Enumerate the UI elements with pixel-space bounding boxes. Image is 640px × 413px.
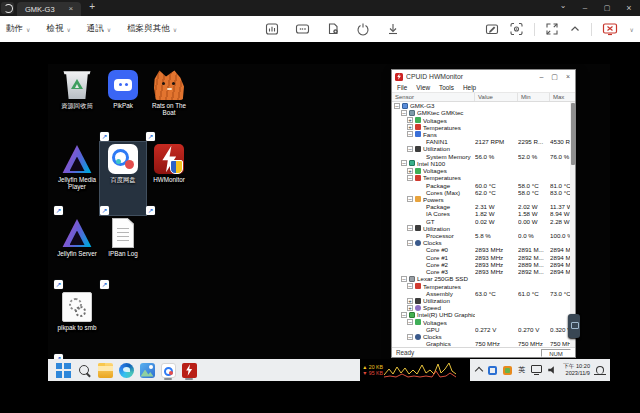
desktop-icon[interactable]: Jellyfin Server	[54, 216, 100, 289]
expand-toggle-icon[interactable]	[407, 319, 413, 325]
sensor-row[interactable]: Voltages	[392, 319, 575, 326]
close-icon[interactable]: ×	[566, 73, 570, 81]
sensor-row[interactable]: Intel N100	[392, 160, 575, 167]
sensor-row[interactable]: Voltages	[392, 116, 575, 123]
sensor-row[interactable]: Temperatures	[392, 282, 575, 289]
sensor-row[interactable]: Voltages	[392, 167, 575, 174]
virtual-screen-icon[interactable]	[295, 22, 310, 36]
new-tab-button[interactable]	[81, 0, 103, 16]
maximize-icon[interactable]	[596, 0, 618, 16]
hwmonitor-menu-item[interactable]: Help	[463, 84, 476, 91]
expand-toggle-icon[interactable]	[407, 240, 413, 246]
sensor-row[interactable]: Speed	[392, 304, 575, 311]
hwmonitor-menu-item[interactable]: Tools	[439, 84, 454, 91]
expand-toggle-icon[interactable]	[407, 124, 413, 130]
taskbar-app-search[interactable]	[76, 361, 92, 380]
sensor-row[interactable]: GMKtec GMKtec	[392, 109, 575, 116]
menu-item[interactable]: 動作	[6, 23, 30, 35]
sensor-row[interactable]: Package 60.0 °C 58.0 °C 81.0 °C	[392, 181, 575, 188]
column-header-min[interactable]: Min	[518, 93, 550, 101]
hwmonitor-menu-item[interactable]: View	[416, 84, 430, 91]
display-icon[interactable]	[531, 365, 542, 373]
session-tab[interactable]: GMK-G3	[17, 2, 81, 16]
taskbar-app-photos[interactable]	[139, 361, 155, 380]
expand-toggle-icon[interactable]	[394, 103, 400, 109]
desktop-icon[interactable]: HWMonitor	[146, 142, 192, 215]
power-actions-icon[interactable]	[356, 22, 370, 36]
sensor-row[interactable]: Temperatures	[392, 174, 575, 181]
ime-indicator[interactable]: 英	[518, 365, 525, 375]
sensor-row[interactable]: Package 2.31 W 2.02 W 11.37 W	[392, 203, 575, 210]
expand-toggle-icon[interactable]	[407, 334, 413, 340]
taskbar-app-baidu-netdisk[interactable]	[160, 361, 176, 380]
expand-toggle-icon[interactable]	[407, 175, 413, 181]
chevron-down-icon[interactable]	[552, 0, 574, 16]
notification-bell-icon[interactable]	[596, 366, 604, 374]
sensor-row[interactable]: Core #0 2893 MHz 2891 M... 2894 M...	[392, 246, 575, 253]
sensor-row[interactable]: Fans	[392, 131, 575, 138]
sensor-row[interactable]: Utilization	[392, 145, 575, 152]
sensor-row[interactable]: Core #2 2893 MHz 2889 M... 2894 M...	[392, 261, 575, 268]
expand-toggle-icon[interactable]	[401, 276, 407, 282]
sensor-row[interactable]: Cores (Max) 62.0 °C 58.0 °C 83.0 °C	[392, 189, 575, 196]
menu-item[interactable]: 檔案與其他	[127, 23, 177, 35]
sensor-row[interactable]: Temperatures	[392, 124, 575, 131]
sensor-row[interactable]: GT 0.02 W 0.00 W 2.28 W	[392, 218, 575, 225]
taskbar-app-edge[interactable]	[118, 361, 134, 380]
sensor-row[interactable]: Clocks	[392, 239, 575, 246]
taskbar-app-hwmonitor[interactable]	[181, 361, 197, 380]
sensor-row[interactable]: Core #3 2893 MHz 2892 M... 2894 M...	[392, 268, 575, 275]
expand-toggle-icon[interactable]	[401, 160, 407, 166]
expand-toggle-icon[interactable]	[407, 305, 413, 311]
expand-toggle-icon[interactable]	[407, 131, 413, 137]
sensor-row[interactable]: IA Cores 1.82 W 1.58 W 8.94 W	[392, 210, 575, 217]
menu-item[interactable]: 通訊	[87, 23, 111, 35]
remote-screen[interactable]: 資源回收筒 PikPak Rats on The Boat Jellyfin M…	[48, 64, 610, 381]
expand-toggle-icon[interactable]	[407, 146, 413, 152]
desktop-icon[interactable]: Rats on The Boat	[146, 68, 192, 141]
sensor-row[interactable]: Powers	[392, 196, 575, 203]
collapse-toolbar-icon[interactable]	[569, 23, 581, 35]
sensor-row[interactable]: Clocks	[392, 333, 575, 340]
expand-toggle-icon[interactable]	[407, 168, 413, 174]
scrollbar-thumb[interactable]	[571, 103, 575, 165]
sensor-row[interactable]: GPU 0.272 V 0.270 V 0.320 V	[392, 326, 575, 333]
annotate-icon[interactable]	[485, 22, 499, 36]
desktop-icon[interactable]: Jellyfin Media Player	[54, 142, 100, 215]
sensor-row[interactable]: Lexar 250GB SSD	[392, 275, 575, 282]
sensor-row[interactable]: Core #1 2893 MHz 2892 M... 2894 M...	[392, 254, 575, 261]
fullscreen-icon[interactable]	[545, 22, 559, 36]
sensor-row[interactable]: Graphics 750 MHz 750 MHz 750 MHz	[392, 340, 575, 347]
expand-toggle-icon[interactable]	[401, 110, 407, 116]
screen-observe-icon[interactable]	[509, 22, 524, 36]
traffic-monitor-widget[interactable]: ▲ 20 KB ▼ 95 KB	[360, 359, 470, 381]
hwmonitor-window[interactable]: CPUID HWMonitor – ▢ × FileViewToolsHelp …	[391, 69, 576, 358]
stats-monitor-icon[interactable]	[265, 22, 279, 36]
speaker-icon[interactable]	[548, 366, 557, 375]
hidden-icons-chevron-icon[interactable]	[475, 367, 483, 375]
expand-toggle-icon[interactable]	[407, 196, 413, 202]
minimize-icon[interactable]: –	[539, 73, 543, 81]
column-header-sensor[interactable]: Sensor	[392, 93, 475, 101]
desktop-icon[interactable]: 百度网盘	[100, 142, 146, 215]
sensor-row[interactable]: Processor 5.8 % 0.0 % 100.0 %	[392, 232, 575, 239]
desktop-icon[interactable]: 資源回收筒	[54, 68, 100, 141]
security-icon[interactable]	[488, 366, 497, 375]
close-tab-icon[interactable]	[69, 5, 74, 13]
desktop-icon[interactable]: pikpak to smb	[54, 290, 100, 363]
maximize-icon[interactable]: ▢	[551, 73, 558, 81]
expand-toggle-icon[interactable]	[407, 117, 413, 123]
more-options-icon[interactable]: ∨	[630, 26, 634, 33]
sensor-row[interactable]: Assembly 63.0 °C 61.0 °C 73.0 °C	[392, 290, 575, 297]
sensor-row[interactable]: FANIN1 2127 RPM 2295 R... 4530 R...	[392, 138, 575, 145]
sensor-row[interactable]: GMK-G3	[392, 102, 575, 109]
sync-icon[interactable]	[503, 366, 512, 375]
expand-toggle-icon[interactable]	[407, 225, 413, 231]
sensor-row[interactable]: Intel(R) UHD Graphics	[392, 311, 575, 318]
scrollbar[interactable]	[570, 102, 575, 347]
hwmonitor-menu-item[interactable]: File	[397, 84, 407, 91]
taskbar-app-start[interactable]	[55, 361, 71, 380]
taskbar-app-file-explorer[interactable]	[97, 361, 113, 380]
menu-item[interactable]: 檢視	[46, 23, 70, 35]
sensor-row[interactable]: Utilization	[392, 225, 575, 232]
